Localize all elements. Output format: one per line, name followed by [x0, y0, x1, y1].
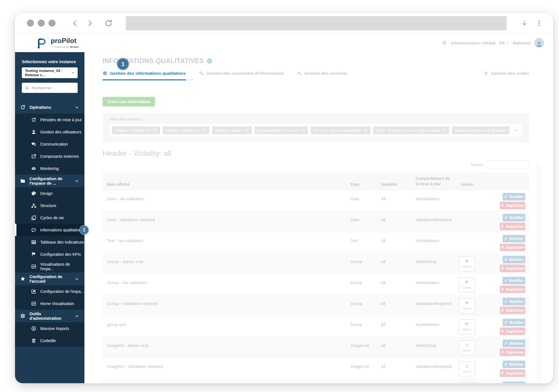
refresh-icon	[20, 105, 25, 110]
sidebar-search-input[interactable]: Rechercher ...	[22, 83, 78, 93]
sidebar-item-periodes-de-mise-a-jour[interactable]: Périodes de mise à jour	[15, 114, 84, 126]
delete-button[interactable]: Supprimer	[500, 286, 525, 293]
window-dot[interactable]	[48, 20, 56, 27]
browser-menu-icon[interactable]	[535, 20, 543, 27]
sidebar-item-configuration-des-kpis[interactable]: Configuration des KPIs	[15, 248, 84, 260]
remove-filter-icon[interactable]	[202, 128, 207, 133]
row-action-buttons: ModifierSupprimer	[500, 340, 525, 356]
modify-button[interactable]: Modifier	[503, 214, 525, 221]
manage-button[interactable]: Gérer	[459, 298, 475, 314]
filter-chip-visibility-admin-only[interactable]: Visibility: admin only	[163, 126, 209, 134]
sidebar-item-design[interactable]: Design	[15, 187, 84, 199]
info-icon[interactable]: i	[207, 58, 212, 64]
sidebar-section-configuration-de-l-accueil[interactable]: Configuration de l'accueil	[15, 272, 84, 285]
modify-button[interactable]: Modifier	[503, 298, 525, 305]
sidebar-item-monitoring[interactable]: Monitoring	[15, 162, 84, 174]
manage-button[interactable]: Gérer	[459, 361, 475, 376]
create-information-button[interactable]: Créer une information	[103, 97, 155, 106]
manage-button-label: Gérer	[462, 307, 471, 311]
remove-filter-icon[interactable]	[301, 128, 305, 133]
modify-button[interactable]: Modifier	[503, 340, 525, 347]
table-search-input[interactable]	[486, 160, 529, 169]
delete-button[interactable]: Supprimer	[500, 327, 525, 335]
tab-label: Gestion des unités	[491, 71, 529, 76]
chips-expand-icon[interactable]	[510, 124, 522, 137]
tab-gestion-des-sections[interactable]: Gestion des sections	[297, 71, 347, 80]
filter-chip-visibility-hidden[interactable]: Visibility: hidden	[212, 126, 252, 134]
remove-filter-icon[interactable]	[442, 128, 447, 133]
delete-button[interactable]: Supprimer	[500, 265, 525, 272]
filter-chip-responsable-persona[interactable]: Responsable & Persona	[254, 126, 308, 134]
modify-button[interactable]: Modifier	[503, 193, 525, 201]
download-icon[interactable]	[521, 20, 528, 27]
sidebar-item-cycles-de-vie[interactable]: Cycles de vie	[15, 212, 84, 224]
language-selector[interactable]: FR	[499, 41, 509, 45]
manage-button[interactable]: Gérer	[459, 256, 475, 272]
sidebar-item-massive-imports[interactable]: Massive Imports	[15, 322, 84, 335]
instance-select[interactable]: Testing instance_02 - Release c...	[22, 67, 78, 78]
sidebar-item-composants-externes[interactable]: Composants externes	[15, 150, 84, 162]
sidebar-section-operations[interactable]: Opérations	[15, 101, 84, 114]
remove-filter-icon[interactable]	[245, 128, 249, 133]
trash-icon	[501, 246, 504, 249]
delete-button[interactable]: Supprimer	[500, 348, 525, 356]
modify-button-label: Modifier	[509, 299, 524, 304]
modify-button[interactable]: Modifier	[503, 382, 525, 384]
manage-button[interactable]: Gérer	[459, 382, 475, 384]
forward-icon[interactable]	[86, 20, 93, 27]
delete-button[interactable]: Supprimer	[500, 369, 525, 377]
delete-button[interactable]: Supprimer	[500, 306, 525, 314]
filter-chip-general-system-properties[interactable]: General : System properties	[311, 126, 371, 134]
url-bar[interactable]	[126, 16, 507, 30]
trash-icon	[31, 338, 36, 343]
sidebar-section-configuration-de-l-espace-de[interactable]: Configuration de l'espace de ...	[15, 174, 84, 187]
modify-button[interactable]: Modifier	[503, 256, 525, 263]
sidebar-item-home-visualisation[interactable]: Home Visualisation	[15, 297, 84, 310]
delete-button[interactable]: Supprimer	[500, 202, 525, 209]
tab-bar: Gestion des informations qualitativesGes…	[103, 71, 529, 80]
tab-gestion-des-informations-qualitatives[interactable]: Gestion des informations qualitatives	[103, 71, 186, 80]
manage-button[interactable]: Gérer	[459, 340, 475, 355]
modify-button[interactable]: Modifier	[503, 319, 525, 326]
filter-chip-team-business-access-rights-testing[interactable]: Team : Business access rights testing	[373, 126, 449, 134]
tab-gestion-des-ensembles-d-informations[interactable]: Gestion des ensembles d'informations	[199, 71, 284, 80]
window-dot[interactable]	[38, 20, 45, 27]
pencil-icon	[504, 321, 508, 324]
delete-button[interactable]: Supprimer	[500, 244, 525, 251]
modify-button[interactable]: Modifier	[503, 277, 525, 284]
sidebar-item-structure[interactable]: Structure	[15, 199, 84, 212]
delete-button[interactable]: Supprimer	[500, 223, 525, 230]
manage-button[interactable]: Gérer	[459, 319, 475, 335]
propilot-logo[interactable]: proPilot — Powered by dFakto	[35, 36, 79, 49]
pencil-icon	[504, 216, 508, 219]
sidebar-item-corbeille[interactable]: Corbeille	[15, 335, 84, 347]
back-icon[interactable]	[71, 20, 79, 27]
settings-gear-icon[interactable]	[442, 40, 447, 46]
star-icon	[20, 276, 25, 282]
sidebar-section-outils-d-administration[interactable]: Outils d'administration	[15, 310, 84, 322]
trash-icon	[501, 308, 504, 312]
sidebar-item-configuration-de-l-espa[interactable]: Configuration de l'espa...	[15, 285, 84, 297]
refresh-icon[interactable]	[104, 19, 113, 27]
filter-chip-header-visibility-all[interactable]: Header - Visibility: all	[112, 126, 160, 134]
tab-gestion-des-unites[interactable]: Gestion des unités	[484, 71, 529, 80]
trash-icon	[501, 225, 504, 228]
sections-filter-panel: Filtre des sections: Header - Visibility…	[103, 113, 529, 142]
remove-filter-icon[interactable]	[153, 128, 157, 133]
scrollbar[interactable]	[537, 164, 541, 384]
manage-button[interactable]: Gérer	[459, 277, 475, 293]
window-dot[interactable]	[27, 20, 34, 27]
chevron-down-icon	[75, 277, 79, 281]
chartline-icon	[31, 264, 36, 269]
sidebar-item-gestion-des-utilisateurs[interactable]: Gestion des utilisateurs	[15, 126, 84, 138]
sidebar-item-informations-qualitatives[interactable]: Informations qualitatives1	[15, 224, 84, 236]
modify-button[interactable]: Modifier	[503, 361, 525, 368]
row-action-buttons: ModifierSupprimer	[500, 382, 525, 384]
sidebar-item-visualisations-de-l-espa[interactable]: Visualisations de l'espa...	[15, 260, 84, 272]
avatar[interactable]	[534, 38, 544, 48]
remove-filter-icon[interactable]	[363, 128, 368, 133]
filter-chip-label: Visibility: admin only	[165, 128, 200, 133]
sidebar-item-communication[interactable]: Communication	[15, 138, 84, 150]
sidebar-item-tableaux-des-indicateurs[interactable]: Tableaux des indicateurs	[15, 236, 84, 248]
modify-button[interactable]: Modifier	[503, 235, 525, 242]
